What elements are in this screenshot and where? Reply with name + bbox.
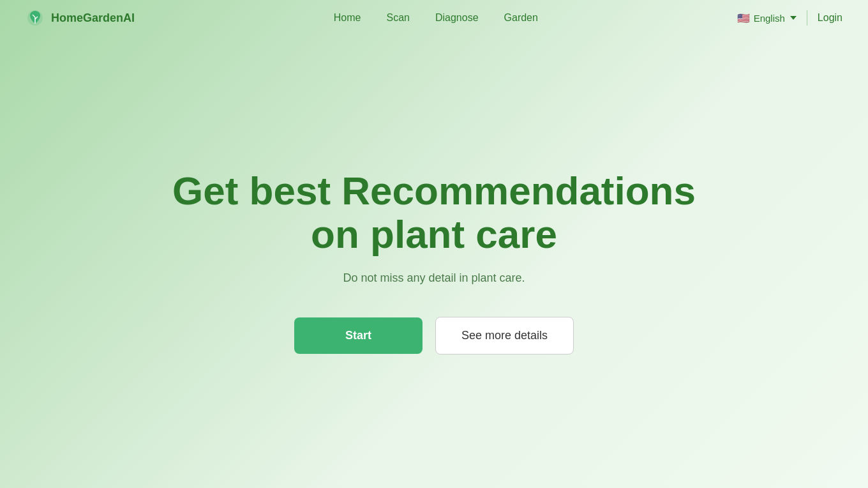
nav-scan[interactable]: Scan xyxy=(386,12,409,24)
language-selector[interactable]: 🇺🇸 English xyxy=(737,12,797,24)
chevron-down-icon xyxy=(790,16,797,20)
navbar-right: 🇺🇸 English Login xyxy=(737,10,842,26)
nav-home[interactable]: Home xyxy=(334,12,361,24)
login-button[interactable]: Login xyxy=(818,12,842,24)
hero-subtitle: Do not miss any detail in plant care. xyxy=(343,271,525,285)
brand-name: HomeGardenAI xyxy=(51,11,135,25)
leaf-icon xyxy=(26,8,45,27)
nav-links: Home Scan Diagnose Garden xyxy=(334,12,538,24)
nav-garden[interactable]: Garden xyxy=(504,12,538,24)
start-button[interactable]: Start xyxy=(294,317,423,354)
hero-section: Get best Recommendations on plant care D… xyxy=(0,36,868,488)
brand-logo[interactable]: HomeGardenAI xyxy=(26,8,135,27)
details-button[interactable]: See more details xyxy=(435,317,574,355)
hero-title: Get best Recommendations on plant care xyxy=(147,169,721,256)
nav-diagnose[interactable]: Diagnose xyxy=(435,12,479,24)
hero-buttons: Start See more details xyxy=(294,317,574,355)
navbar: HomeGardenAI Home Scan Diagnose Garden 🇺… xyxy=(0,0,868,36)
language-label: English xyxy=(754,13,785,24)
language-flag: 🇺🇸 xyxy=(737,12,750,24)
nav-divider xyxy=(807,10,807,26)
